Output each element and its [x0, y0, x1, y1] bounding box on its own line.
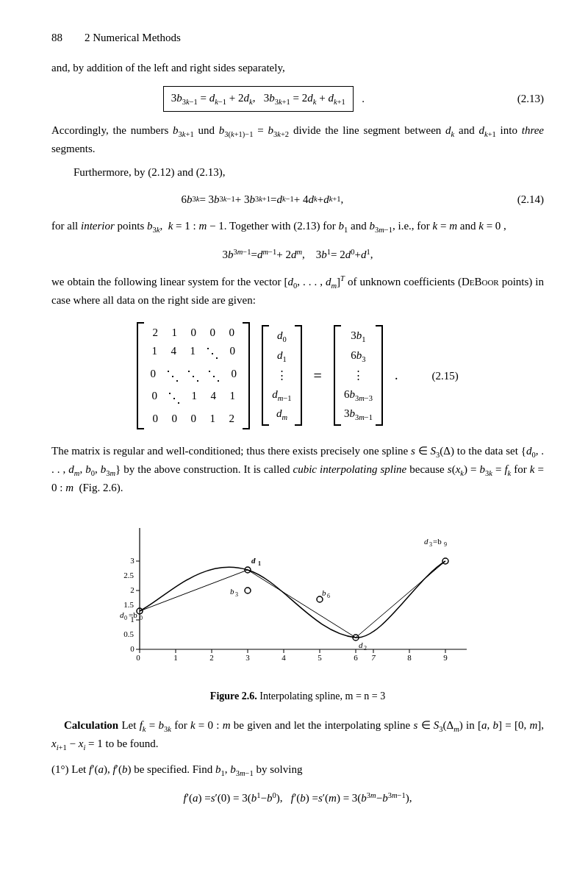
equation-215-section: 21000 141⋱0 0⋱⋱⋱0 0⋱141 00012 d0 d1 ⋮ dm…: [51, 322, 544, 430]
svg-text:1.5: 1.5: [123, 600, 134, 609]
para1: Accordingly, the numbers b3k+1 und b3(k+…: [51, 122, 544, 157]
svg-text:3: 3: [245, 653, 250, 662]
svg-point-40: [245, 588, 251, 593]
svg-text:6: 6: [327, 593, 330, 599]
svg-line-35: [356, 561, 445, 638]
eq215-equals: =: [314, 365, 322, 387]
matrix-desc-para: The matrix is regular and well-condition…: [51, 443, 544, 496]
svg-text:3: 3: [130, 556, 135, 565]
svg-text:d: d: [251, 556, 256, 565]
calc-para2: (1°) Let f′(a), f′(b) be specified. Find…: [51, 761, 544, 779]
eq215-number: (2.15): [431, 368, 458, 385]
svg-text:5: 5: [318, 653, 322, 662]
svg-text:2: 2: [130, 585, 135, 594]
final-eq-row: f′(a) = s′(0) = 3(b1 − b0), f′(b) = s′(m…: [51, 790, 544, 807]
figure-container: 0 1 2 3 4 5 6 7 8 9 0 1 2 3 0.5 1.5 2.5: [51, 513, 544, 704]
page-number: 88: [51, 29, 62, 46]
svg-text:3: 3: [235, 591, 238, 598]
svg-line-34: [248, 570, 356, 638]
svg-text:1: 1: [173, 653, 178, 662]
para4: we obtain the following linear system fo…: [51, 273, 544, 308]
svg-text:=b: =b: [433, 537, 442, 546]
svg-text:0: 0: [136, 653, 140, 662]
svg-text:0: 0: [124, 615, 127, 621]
svg-text:2.5: 2.5: [123, 571, 134, 579]
svg-text:8: 8: [407, 653, 412, 662]
svg-text:9: 9: [444, 541, 447, 548]
eq214-number: (2.14): [517, 191, 544, 208]
svg-text:2: 2: [364, 645, 367, 652]
para2: Furthermore, by (2.12) and (2.13),: [51, 164, 544, 181]
svg-text:d: d: [359, 641, 363, 649]
svg-text:0.5: 0.5: [123, 629, 134, 638]
eq213-box: 3b3k−1 = dk−1 + 2dk, 3b3k+1 = 2dk + dk+1: [163, 86, 354, 112]
svg-text:0: 0: [140, 615, 143, 621]
svg-text:9: 9: [443, 653, 448, 662]
svg-text:=b: =b: [129, 610, 137, 619]
figure-caption: Figure 2.6. Interpolating spline, m = n …: [210, 688, 385, 704]
svg-text:3: 3: [429, 541, 432, 548]
page-header: 88 2 Numerical Methods: [51, 29, 544, 46]
para3: for all interior points b3k, k = 1 : m −…: [51, 218, 544, 236]
svg-text:b: b: [322, 588, 326, 597]
svg-point-41: [317, 596, 323, 602]
chapter-title: 2 Numerical Methods: [85, 29, 181, 46]
svg-text:6: 6: [354, 653, 358, 662]
middle-eq-row: 3b3m−1 = dm−1 + 2dm , 3b1 = 2d0 + d1 ,: [51, 246, 544, 263]
svg-text:4: 4: [282, 653, 286, 662]
svg-text:2: 2: [209, 653, 214, 662]
equation-213-row: 3b3k−1 = dk−1 + 2dk, 3b3k+1 = 2dk + dk+1…: [51, 86, 544, 112]
svg-text:b: b: [230, 587, 234, 596]
eq215-dot: .: [395, 365, 398, 385]
figure-26: 0 1 2 3 4 5 6 7 8 9 0 1 2 3 0.5 1.5 2.5: [107, 513, 489, 682]
svg-text:0: 0: [130, 644, 135, 653]
svg-text:1: 1: [258, 560, 261, 567]
intro-text: and, by addition of the left and right s…: [51, 60, 544, 76]
eq213-number: (2.13): [517, 90, 544, 107]
svg-text:7: 7: [371, 653, 376, 662]
calc-para: Calculation Let fk = b3k for k = 0 : m b…: [51, 717, 544, 754]
svg-text:d: d: [424, 537, 429, 546]
equation-214-row: 6b3k = 3b3k−1 + 3b3k+1 = dk−1 + 4dk + dk…: [51, 191, 544, 208]
